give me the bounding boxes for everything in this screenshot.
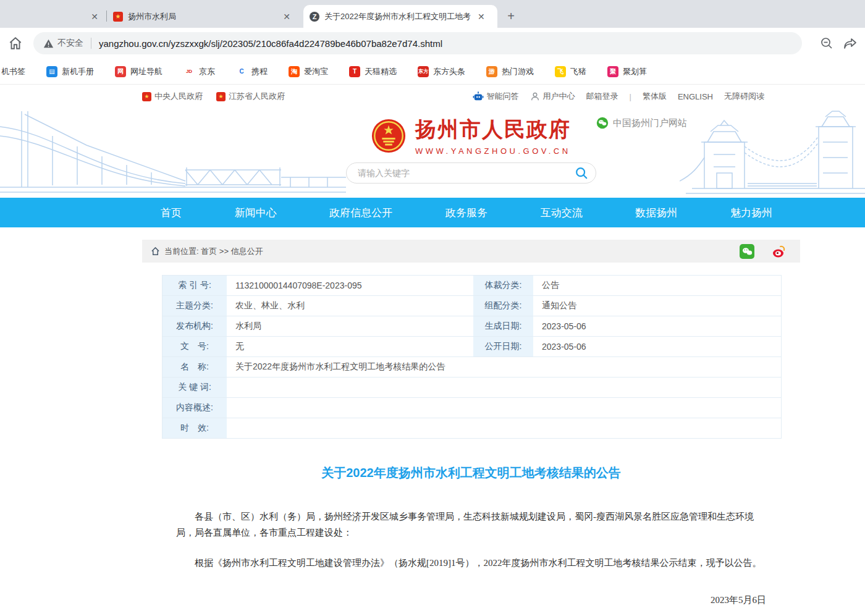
info-value: 11321000014407098E-2023-095: [227, 276, 473, 295]
site-url-text: WWW.YANGZHOU.GOV.CN: [415, 146, 571, 156]
bookmark-item[interactable]: 游 热门游戏: [486, 66, 534, 77]
bookmark-item[interactable]: ▤ 新机手册: [46, 66, 94, 77]
info-label: 名 称:: [162, 357, 227, 377]
info-table-row: 关 键 词:: [162, 377, 781, 397]
home-icon[interactable]: [7, 35, 23, 51]
bookmark-item[interactable]: 聚 聚划算: [607, 66, 647, 77]
tab-label: 扬州市水利局: [128, 11, 276, 22]
bookmark-favicon: T: [349, 66, 360, 77]
url-text[interactable]: yangzhou.gov.cn/yzszxxgk/slj/202305/210c…: [99, 38, 442, 49]
link-traditional-chinese[interactable]: 繁体版: [643, 91, 667, 102]
link-mail-login[interactable]: 邮箱登录: [586, 91, 618, 102]
info-label: 内容概述:: [162, 398, 227, 418]
nav-item[interactable]: 政府信息公开: [329, 206, 392, 220]
bookmark-label: 网址导航: [130, 66, 162, 77]
new-tab-button[interactable]: +: [502, 7, 520, 25]
nav-item[interactable]: 互动交流: [541, 206, 583, 220]
article-date: 2023年5月6日: [176, 594, 766, 606]
info-label: 生成日期:: [473, 316, 533, 336]
user-icon: [530, 91, 540, 101]
info-label: 文 号:: [162, 337, 227, 357]
portal-label[interactable]: 中国扬州门户网站: [596, 117, 687, 129]
nav-item[interactable]: 首页: [161, 206, 182, 220]
address-bar[interactable]: 不安全 yangzhou.gov.cn/yzszxxgk/slj/202305/…: [33, 32, 802, 54]
article-paragraph: 根据《扬州市水利工程文明工地建设管理办法》（扬水规[2019]1号），2022年…: [176, 555, 766, 571]
link-label: 江苏省人民政府: [229, 91, 285, 102]
zoom-out-icon[interactable]: [819, 36, 834, 51]
link-smart-qa[interactable]: 智能问答: [473, 91, 519, 102]
link-english[interactable]: ENGLISH: [678, 92, 713, 101]
nav-item[interactable]: 政务服务: [445, 206, 487, 220]
bookmark-item[interactable]: C 携程: [236, 66, 268, 77]
nav-item[interactable]: 新闻中心: [235, 206, 277, 220]
info-label: 时 效:: [162, 418, 227, 438]
info-value: 公告: [533, 276, 781, 295]
info-label: 公开日期:: [473, 337, 533, 357]
tab-label: 关于2022年度扬州市水利工程文明工地考: [324, 11, 471, 22]
info-label: 关 键 词:: [162, 378, 227, 397]
browser-tab-strip: ✕ ★ 扬州市水利局 ✕ Z 关于2022年度扬州市水利工程文明工地考 ✕ +: [0, 0, 865, 28]
info-table-row: 发布机构:水利局生成日期:2023-05-06: [162, 316, 781, 336]
site-utility-bar: ★ 中央人民政府 ★ 江苏省人民政府 智能问答: [0, 85, 865, 108]
info-table-row: 文 号:无公开日期:2023-05-06: [162, 336, 781, 357]
tab-close-icon[interactable]: ✕: [476, 11, 487, 22]
nav-item[interactable]: 魅力扬州: [730, 206, 772, 220]
share-icon[interactable]: [843, 36, 858, 51]
info-value: 关于2022年度扬州市水利工程文明工地考核结果的公告: [227, 357, 781, 377]
bookmark-item[interactable]: 飞 飞猪: [555, 66, 586, 77]
bookmark-favicon: JD: [184, 66, 195, 77]
info-value: [227, 378, 781, 397]
info-value: 无: [227, 337, 473, 357]
bookmark-favicon: 游: [486, 66, 497, 77]
yangzhou-site-favicon: Z: [310, 12, 319, 22]
bookmark-item[interactable]: 东方 东方头条: [418, 66, 465, 77]
nav-item[interactable]: 数据扬州: [635, 206, 677, 220]
info-value: 农业、林业、水利: [227, 296, 473, 316]
link-accessibility[interactable]: 无障碍阅读: [724, 91, 764, 102]
article: 关于2022年度扬州市水利工程文明工地考核结果的公告 各县（市、区）水利（务）局…: [142, 465, 800, 616]
tab-yangzhou-water-bureau[interactable]: ★ 扬州市水利局 ✕: [107, 5, 303, 28]
bookmark-favicon: ▤: [46, 66, 57, 77]
bookmark-label: 热门游戏: [502, 66, 534, 77]
bookmark-item[interactable]: 网 网址导航: [115, 66, 162, 77]
breadcrumb-text[interactable]: 当前位置: 首页 >> 信息公开: [164, 246, 263, 257]
bookmark-item[interactable]: 机书签: [1, 66, 25, 77]
info-table-row: 索 引 号:11321000014407098E-2023-095体裁分类:公告: [162, 276, 781, 295]
tab-close-icon[interactable]: ✕: [281, 11, 292, 22]
bookmark-item[interactable]: 淘 爱淘宝: [289, 66, 328, 77]
link-user-center[interactable]: 用户中心: [530, 91, 575, 102]
bookmark-label: 聚划算: [623, 66, 647, 77]
wechat-share-icon[interactable]: [740, 244, 754, 259]
info-label: 主题分类:: [162, 296, 227, 316]
info-value: 2023-05-06: [533, 337, 781, 357]
bookmark-favicon: 东方: [418, 66, 429, 77]
weibo-share-icon[interactable]: [772, 244, 787, 259]
info-value: [227, 418, 781, 438]
link-jiangsu-government[interactable]: ★ 江苏省人民政府: [216, 91, 285, 102]
tab-active-announcement[interactable]: Z 关于2022年度扬州市水利工程文明工地考 ✕: [303, 5, 497, 28]
tab-partial[interactable]: ✕: [0, 5, 106, 28]
link-central-government[interactable]: ★ 中央人民政府: [142, 91, 203, 102]
tab-close-icon[interactable]: ✕: [89, 11, 100, 22]
bookmark-item[interactable]: T 天猫精选: [349, 66, 397, 77]
site-logo[interactable]: 扬州市人民政府 WWW.YANGZHOU.GOV.CN: [371, 116, 571, 156]
bookmark-favicon: 聚: [607, 66, 618, 77]
bookmark-label: 京东: [199, 66, 215, 77]
gov-emblem-icon: ★: [216, 92, 226, 101]
breadcrumb-home-icon[interactable]: [151, 247, 160, 256]
site-search[interactable]: [346, 162, 596, 184]
search-input[interactable]: [358, 168, 575, 178]
link-label: 中央人民政府: [154, 91, 203, 102]
info-table-row: 内容概述:: [162, 397, 781, 418]
bookmarks-bar: 机书签 ▤ 新机手册 网 网址导航 JD 京东 C 携程 淘 爱淘宝 T 天猫精…: [0, 59, 865, 85]
bookmark-favicon: C: [236, 66, 247, 77]
article-title: 关于2022年度扬州市水利工程文明工地考核结果的公告: [176, 465, 766, 481]
info-table: 索 引 号:11321000014407098E-2023-095体裁分类:公告…: [162, 275, 782, 439]
browser-toolbar: 不安全 yangzhou.gov.cn/yzszxxgk/slj/202305/…: [0, 28, 865, 59]
security-label[interactable]: 不安全: [57, 38, 91, 49]
bookmark-label: 飞猪: [570, 66, 586, 77]
bookmark-item[interactable]: JD 京东: [184, 66, 215, 77]
bookmark-label: 天猫精选: [365, 66, 397, 77]
info-value: 水利局: [227, 316, 473, 336]
search-icon[interactable]: [575, 166, 588, 180]
